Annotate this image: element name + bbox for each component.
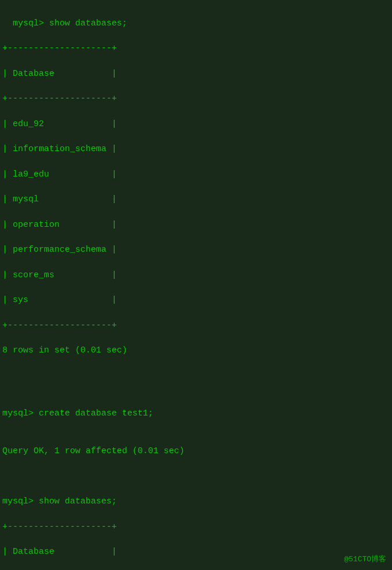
terminal-line-13: +--------------------+ — [2, 321, 117, 330]
terminal-line-10: | performance_schema | — [2, 245, 117, 255]
terminal-line-17: Query OK, 1 row affected (0.01 sec) — [2, 446, 184, 456]
terminal-line-1: mysql> show databases; — [13, 19, 127, 28]
terminal-window: mysql> show databases; +----------------… — [0, 0, 392, 570]
terminal-line-16: mysql> create database test1; — [2, 409, 153, 418]
terminal-line-3: | Database | — [2, 69, 117, 79]
terminal-line-5: | edu_92 | — [2, 119, 117, 129]
terminal-line-4: +--------------------+ — [2, 94, 117, 104]
terminal-line-9: | operation | — [2, 220, 117, 230]
watermark-text: @51CTO博客 — [344, 554, 386, 564]
terminal-line-19: mysql> show databases; — [2, 497, 117, 506]
terminal-line-7: | la9_edu | — [2, 170, 117, 179]
terminal-line-11: | score_ms | — [2, 270, 117, 280]
terminal-line-2: +--------------------+ — [2, 43, 117, 53]
terminal-line-14: 8 rows in set (0.01 sec) — [2, 345, 127, 355]
terminal-line-12: | sys | — [2, 295, 117, 305]
terminal-line-8: | mysql | — [2, 194, 117, 204]
terminal-line-21: | Database | — [2, 547, 117, 557]
terminal-line-6: | information_schema | — [2, 144, 117, 154]
terminal-line-20: +--------------------+ — [2, 522, 117, 532]
